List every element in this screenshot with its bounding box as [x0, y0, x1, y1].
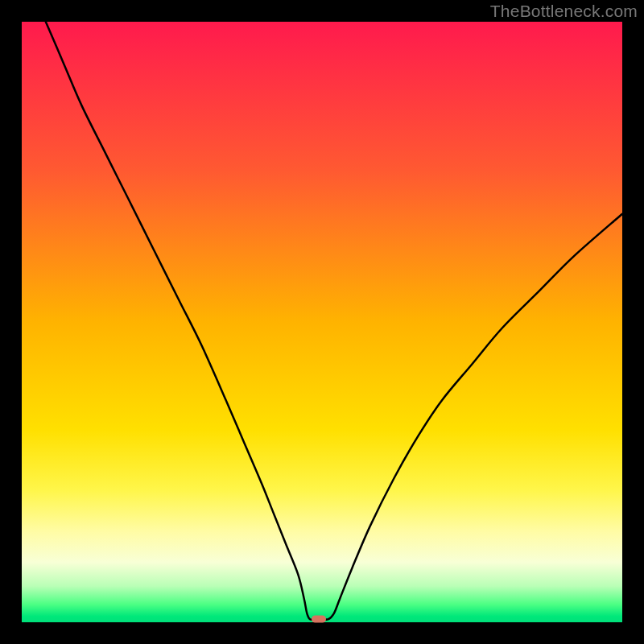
watermark-text: TheBottleneck.com — [490, 2, 638, 21]
curve-path — [46, 22, 622, 620]
chart-frame: TheBottleneck.com — [0, 0, 644, 644]
plot-area — [22, 22, 622, 622]
bottleneck-curve — [22, 22, 622, 622]
minimum-marker — [312, 616, 326, 623]
